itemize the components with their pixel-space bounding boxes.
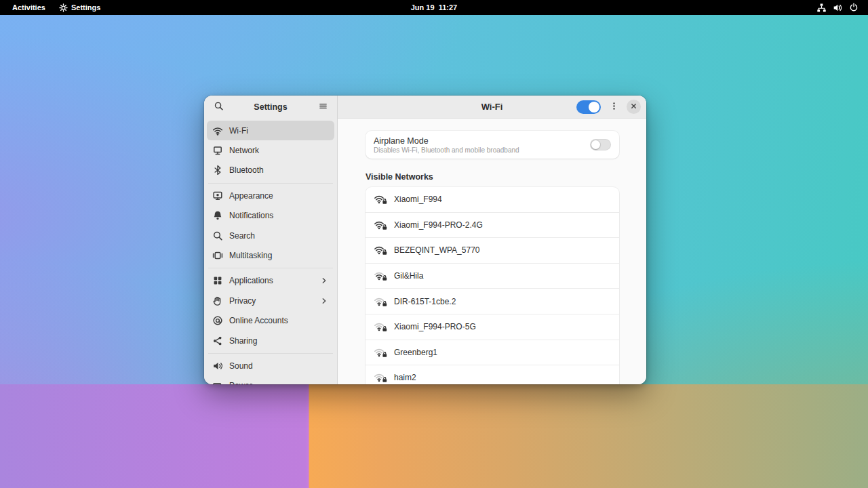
online-accounts-icon [212, 315, 223, 326]
multitasking-icon [212, 250, 223, 261]
wifi-signal-strong-lock-icon [374, 220, 387, 230]
sidebar-item-label: Applications [229, 276, 313, 285]
airplane-mode-title: Airplane Mode [374, 136, 590, 146]
privacy-icon [212, 296, 223, 306]
chevron-right-icon [319, 296, 329, 306]
more-options-button[interactable] [607, 99, 620, 115]
gear-icon [59, 3, 68, 12]
notifications-icon [212, 210, 223, 221]
network-ssid: Xiaomi_F994-PRO-5G [394, 322, 476, 331]
wifi-signal-strong-lock-icon [374, 194, 387, 205]
volume-icon [833, 3, 843, 13]
sidebar-item-label: Search [229, 231, 329, 241]
sidebar-item-network[interactable]: Network [207, 140, 334, 160]
power-icon [849, 3, 859, 12]
network-ssid: Greenberg1 [394, 348, 437, 357]
app-menu-button[interactable]: Settings [55, 0, 104, 15]
settings-window: Settings Wi-FiNetworkBluetoothAppearance… [204, 96, 646, 384]
sidebar-item-wi-fi[interactable]: Wi-Fi [207, 121, 334, 140]
network-row-gil-hila[interactable]: Gil&Hila [366, 263, 619, 289]
wifi-icon [212, 125, 223, 136]
appearance-icon [212, 190, 223, 201]
chevron-right-icon [319, 276, 329, 285]
sidebar-item-label: Power [229, 381, 329, 384]
sidebar-item-label: Bluetooth [229, 165, 329, 175]
sidebar-item-label: Online Accounts [229, 316, 329, 325]
sidebar-list: Wi-FiNetworkBluetoothAppearanceNotificat… [204, 118, 337, 384]
network-row-bezeqint-wpa-5770[interactable]: BEZEQINT_WPA_5770 [366, 237, 619, 263]
app-menu-label: Settings [71, 3, 100, 12]
network-row-xiaomi-f994-pro-2-4g[interactable]: Xiaomi_F994-PRO-2.4G [366, 212, 619, 238]
sidebar-item-label: Multitasking [229, 251, 329, 260]
sidebar-item-label: Network [229, 146, 329, 155]
sidebar-headerbar: Settings [204, 96, 337, 118]
airplane-mode-row: Airplane Mode Disables Wi-Fi, Bluetooth … [366, 131, 619, 159]
wifi-panel: Wi-Fi Airplane Mode Disa [338, 96, 646, 384]
sidebar-item-bluetooth[interactable]: Bluetooth [207, 161, 334, 180]
sidebar-item-sound[interactable]: Sound [207, 356, 334, 375]
hamburger-menu-icon [318, 101, 328, 113]
sidebar-item-label: Sharing [229, 336, 329, 346]
sidebar-item-power[interactable]: Power [207, 376, 334, 384]
primary-menu-button[interactable] [314, 99, 332, 115]
sidebar-item-sharing[interactable]: Sharing [207, 331, 334, 350]
wifi-content: Airplane Mode Disables Wi-Fi, Bluetooth … [338, 119, 646, 384]
search-icon [214, 101, 224, 113]
sidebar-item-label: Notifications [229, 211, 329, 220]
sidebar-item-applications[interactable]: Applications [207, 271, 334, 291]
wifi-signal-weak-lock-icon [374, 347, 387, 358]
sidebar-item-online-accounts[interactable]: Online Accounts [207, 311, 334, 331]
sidebar-separator [208, 353, 333, 354]
search-icon [212, 230, 223, 241]
sidebar-item-appearance[interactable]: Appearance [207, 186, 334, 205]
network-ssid: DIR-615T-1cbe.2 [394, 297, 456, 306]
sidebar-item-multitasking[interactable]: Multitasking [207, 245, 334, 265]
main-headerbar: Wi-Fi [338, 96, 646, 119]
visible-networks-list: Xiaomi_F994 Xiaomi_F994-PRO-2.4G BEZEQIN… [366, 187, 619, 384]
sidebar-item-notifications[interactable]: Notifications [207, 206, 334, 226]
top-bar: Activities Settings Jun 19 11:27 [0, 0, 868, 15]
activities-button[interactable]: Activities [8, 0, 50, 15]
sidebar-item-search[interactable]: Search [207, 226, 334, 245]
bluetooth-icon [212, 165, 223, 176]
search-button[interactable] [210, 99, 227, 115]
network-row-xiaomi-f994[interactable]: Xiaomi_F994 [366, 187, 619, 212]
power-icon [212, 380, 223, 384]
sidebar-separator [208, 268, 333, 268]
wifi-toggle[interactable] [576, 100, 601, 114]
airplane-mode-toggle[interactable] [590, 139, 611, 150]
sound-icon [212, 361, 223, 371]
kebab-menu-icon [609, 101, 619, 113]
wifi-signal-weak-lock-icon [374, 372, 387, 383]
airplane-toggle-knob [591, 140, 600, 149]
wifi-toggle-knob [589, 102, 599, 113]
sidebar-item-label: Sound [229, 361, 329, 371]
network-ssid: Xiaomi_F994-PRO-2.4G [394, 220, 483, 230]
network-row-xiaomi-f994-pro-5g[interactable]: Xiaomi_F994-PRO-5G [366, 314, 619, 340]
network-ssid: Gil&Hila [394, 271, 423, 281]
network-row-greenberg1[interactable]: Greenberg1 [366, 340, 619, 365]
network-ssid: haim2 [394, 373, 416, 382]
network-icon [212, 145, 223, 156]
network-row-dir-615t-1cbe-2[interactable]: DIR-615T-1cbe.2 [366, 288, 619, 314]
close-icon [629, 101, 639, 113]
system-tray-button[interactable] [812, 0, 863, 15]
wifi-signal-strong-lock-icon [374, 245, 387, 256]
visible-networks-heading: Visible Networks [366, 172, 619, 182]
clock-button[interactable]: Jun 19 11:27 [407, 0, 462, 15]
sidebar: Settings Wi-FiNetworkBluetoothAppearance… [204, 96, 338, 384]
network-row-haim2[interactable]: haim2 [366, 365, 619, 384]
wifi-signal-weak-lock-icon [374, 296, 387, 307]
close-window-button[interactable] [627, 100, 641, 114]
applications-icon [212, 275, 223, 286]
sidebar-item-privacy[interactable]: Privacy [207, 291, 334, 310]
wallpaper-bottom-band [0, 384, 868, 488]
sidebar-item-label: Appearance [229, 191, 329, 201]
sidebar-item-label: Wi-Fi [229, 126, 329, 136]
network-wired-icon [816, 3, 827, 13]
airplane-mode-subtitle: Disables Wi-Fi, Bluetooth and mobile bro… [374, 146, 590, 154]
network-ssid: BEZEQINT_WPA_5770 [394, 245, 480, 255]
sharing-icon [212, 336, 223, 346]
sidebar-separator [208, 183, 333, 184]
sidebar-title: Settings [227, 102, 314, 112]
